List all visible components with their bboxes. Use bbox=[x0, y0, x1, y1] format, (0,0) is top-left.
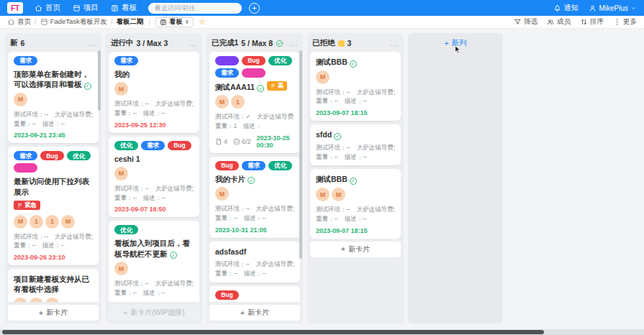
column-more-button[interactable]: ... bbox=[189, 40, 197, 47]
card-tag bbox=[215, 56, 239, 65]
board-toolbar: 首页 / FadeTask看板开发 / 看板二期 看板 ∨ ☆ 筛选 成员 排序… bbox=[0, 16, 644, 29]
home-icon bbox=[7, 18, 15, 26]
card-due-date: 2023-10-25 00:30 bbox=[257, 134, 294, 149]
breadcrumb-board-phase[interactable]: 看板二期 bbox=[116, 17, 143, 27]
card-tag: 需求 bbox=[14, 151, 37, 160]
card-due-date: 2023-09-25 12:30 bbox=[114, 121, 194, 129]
card-tag: 优化 bbox=[268, 56, 292, 65]
kanban-card[interactable]: Bug项目统计中的总逾期数错误✓M测试环境：-- 大萨达辅导费大：--重量：--… bbox=[209, 286, 300, 302]
card-tags: 需求 bbox=[14, 56, 93, 65]
column-title: 进行中 bbox=[111, 38, 134, 48]
kanban-card[interactable]: 优化看板加入到项目后，看板导航栏不更新✓M测试环境：-- 大萨达辅导费大：--重… bbox=[109, 221, 199, 302]
members-button[interactable]: 成员 bbox=[547, 17, 571, 27]
avatar: M bbox=[114, 167, 128, 180]
priority-badge: 高 bbox=[267, 81, 288, 91]
quick-search-input[interactable] bbox=[148, 3, 242, 14]
card-field-line: 测试环境：-- 大萨达辅导费大：-- bbox=[316, 143, 395, 152]
filter-button[interactable]: 筛选 bbox=[514, 17, 538, 27]
mouse-cursor bbox=[453, 44, 463, 55]
column-title: 新 bbox=[10, 38, 18, 48]
kanban-board: 新6...需求顶部菜单在新创建时，可以选择项目和看板✓M测试环境：-- 大萨达辅… bbox=[0, 29, 644, 329]
members-icon bbox=[547, 18, 555, 26]
add-card-label: 新卡片 bbox=[248, 308, 269, 318]
card-field-line: 重量：-- 描述：-- bbox=[14, 241, 93, 250]
nav-item-projects[interactable]: 项目 bbox=[73, 3, 99, 13]
kanban-card[interactable]: 测试BBB✓M测试环境：-- 大萨达辅导费大：--重量：-- 描述：--2023… bbox=[310, 52, 401, 121]
plus-icon: + bbox=[444, 39, 448, 47]
card-fields: 测试环境：-- 大萨达辅导费大：--重量：-- 描述：-- bbox=[316, 88, 395, 106]
breadcrumb-home[interactable]: 首页 bbox=[7, 17, 31, 27]
horizontal-scrollbar-track[interactable] bbox=[0, 329, 644, 335]
card-tag: 需求 bbox=[14, 56, 37, 65]
column-scrollbar-thumb[interactable] bbox=[98, 50, 101, 111]
checklist-count-value: 6/2 bbox=[242, 138, 251, 145]
card-tag: 优化 bbox=[67, 151, 91, 160]
column-header: 已完成15 / Max 8... bbox=[209, 36, 300, 52]
more-button[interactable]: 更多 bbox=[613, 17, 637, 27]
card-avatars: M bbox=[215, 187, 294, 201]
avatar: M bbox=[215, 95, 229, 109]
card-field-line: 重量：-- 描述：-- bbox=[114, 193, 194, 203]
card-fields: 测试环境：-- 大萨达辅导费大：--重量：-- 描述：-- bbox=[316, 205, 395, 224]
card-avatars: M bbox=[114, 167, 194, 180]
board-icon bbox=[160, 19, 167, 26]
avatar: M bbox=[215, 187, 229, 201]
card-tag bbox=[242, 68, 266, 78]
card-fields: 测试环境：-- 大萨达辅导费大：--重量：-- 描述：-- bbox=[215, 260, 294, 278]
sort-button[interactable]: 排序 bbox=[580, 17, 604, 27]
plus-icon: + bbox=[341, 245, 345, 253]
kanban-card[interactable]: 项目新建看板支持从已有看板中选择M1M测试环境：-- 大萨达辅导费大：--重量：… bbox=[8, 269, 99, 302]
card-tags: 需求Bug优化 bbox=[14, 151, 93, 173]
emoji-icon bbox=[338, 40, 345, 47]
kanban-card[interactable]: 需求我的M测试环境：-- 大萨达辅导费大：--重量：-- 描述：--2023-0… bbox=[109, 52, 199, 133]
kanban-column: 新6...需求顶部菜单在新创建时，可以选择项目和看板✓M测试环境：-- 大萨达辅… bbox=[5, 33, 101, 323]
kanban-card[interactable]: 需求顶部菜单在新创建时，可以选择项目和看板✓M测试环境：-- 大萨达辅导费大：-… bbox=[8, 52, 99, 143]
nav-item-home[interactable]: 首页 bbox=[35, 3, 60, 13]
column-scrollbar-thumb[interactable] bbox=[299, 50, 302, 259]
card-tag: Bug bbox=[215, 290, 239, 300]
card-title: 看板加入到项目后，看板导航栏不更新✓ bbox=[114, 238, 194, 259]
add-card-button[interactable]: +新卡片 bbox=[8, 305, 99, 321]
add-card-button[interactable]: +新卡片 bbox=[209, 305, 300, 321]
card-field-line: 重量：1 描述： bbox=[215, 121, 294, 131]
board-view-select[interactable]: 看板 ∨ bbox=[155, 17, 194, 27]
kanban-card[interactable]: 测试BBB✓MM测试环境：-- 大萨达辅导费大：--重量：-- 描述：--202… bbox=[310, 169, 401, 238]
project-icon bbox=[40, 18, 48, 26]
column-more-button[interactable]: ... bbox=[290, 40, 298, 47]
column-count: 3 / Max 3 bbox=[137, 39, 168, 47]
avatar: M bbox=[14, 93, 27, 106]
add-card-button[interactable]: +新卡片 bbox=[310, 242, 401, 257]
horizontal-scrollbar-thumb[interactable] bbox=[2, 330, 544, 334]
card-title: 我的卡片✓ bbox=[215, 174, 294, 185]
card-field-line: 重量：-- 描述：-- bbox=[114, 288, 194, 298]
avatar: M bbox=[45, 298, 59, 302]
kanban-card[interactable]: Bug需求优化我的卡片✓M测试环境：-- 大萨达辅导费大：--重量：-- 描述：… bbox=[209, 157, 300, 238]
kanban-card[interactable]: sfdd✓测试环境：-- 大萨达辅导费大：--重量：-- 描述：-- bbox=[310, 124, 401, 165]
column-more-button[interactable]: ... bbox=[89, 40, 96, 47]
avatar: 1 bbox=[231, 95, 245, 109]
kanban-card[interactable]: 需求Bug优化 最新访问使用下拉列表展示紧急M11M测试环境：-- 大萨达辅导费… bbox=[8, 147, 99, 265]
kanban-card[interactable]: 优化需求Bugceshi 1M测试环境：-- 大萨达辅导费大：--重量：-- 描… bbox=[109, 137, 199, 218]
notifications-label: 通知 bbox=[563, 3, 578, 13]
user-menu[interactable]: MikePlus bbox=[589, 4, 637, 12]
kanban-card[interactable]: adsfasdf测试环境：-- 大萨达辅导费大：--重量：-- 描述：-- bbox=[209, 242, 300, 283]
favorite-star-icon[interactable]: ☆ bbox=[199, 18, 206, 26]
plus-icon: + bbox=[39, 309, 43, 317]
column-count: 5 / Max 8 bbox=[241, 39, 273, 47]
create-button[interactable]: + bbox=[249, 3, 260, 14]
card-meta-row: 46/22023-10-25 00:30 bbox=[215, 134, 294, 149]
nav-item-boards[interactable]: 看板 bbox=[111, 3, 137, 13]
breadcrumb-separator: / bbox=[35, 18, 37, 26]
card-tag: 需求 bbox=[242, 161, 266, 170]
kanban-card[interactable]: Bug优化需求 测试AAA11✓高M1测试环境：✓ 大萨达辅导费大：--重量：1… bbox=[209, 52, 300, 153]
breadcrumb-project[interactable]: FadeTask看板开发 bbox=[40, 17, 107, 27]
avatar: M bbox=[316, 70, 330, 84]
notifications-button[interactable]: 通知 bbox=[553, 3, 578, 13]
checklist-count: 6/2 bbox=[233, 138, 251, 145]
column-more-button[interactable]: ... bbox=[391, 40, 399, 47]
card-field-line: 重量：-- 描述：-- bbox=[114, 109, 194, 118]
nav-label: 项目 bbox=[83, 3, 99, 13]
app-logo[interactable]: FT bbox=[7, 2, 23, 14]
card-field-line: 测试环境：✓ 大萨达辅导费大：-- bbox=[215, 112, 294, 121]
card-avatars: M1M bbox=[14, 298, 93, 302]
